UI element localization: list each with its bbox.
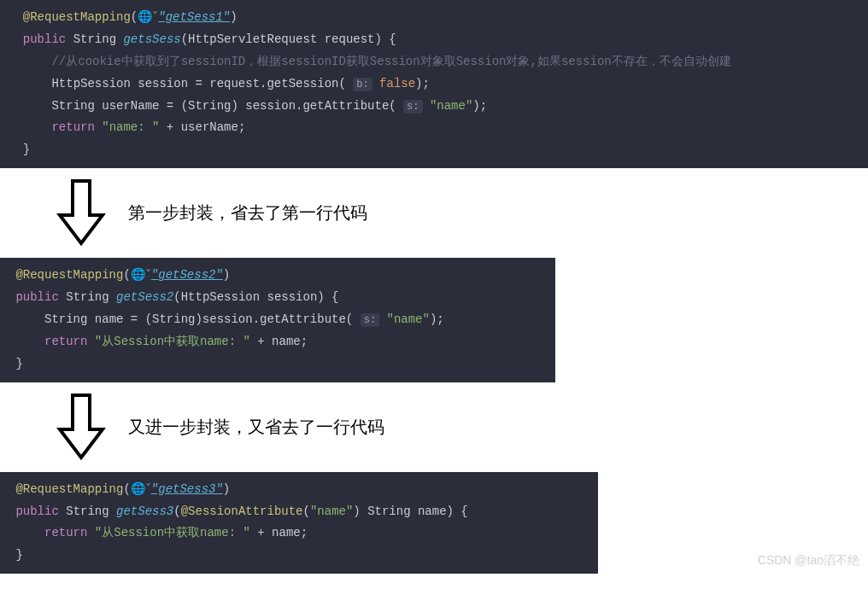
session-attribute-annotation: @SessionAttribute [181, 504, 303, 518]
keyword-return: return [51, 120, 94, 134]
keyword-public: public [23, 32, 66, 46]
annotation: @RequestMapping [23, 10, 131, 24]
param-hint: s: [403, 100, 422, 114]
keyword-public: public [15, 290, 58, 304]
globe-icon: 🌐˅ [138, 10, 158, 24]
keyword-return: return [44, 526, 87, 539]
mapping-value: "getSess3" [151, 482, 223, 496]
method-name: getSess2 [116, 290, 173, 304]
arrow-down-icon [51, 391, 111, 464]
method-name: getsSess [123, 32, 180, 46]
globe-icon: 🌐˅ [131, 268, 151, 282]
annotation: @RequestMapping [15, 482, 123, 496]
code-block-1: @RequestMapping(🌐˅"getSess1") public Str… [0, 0, 868, 168]
param-hint: b: [353, 78, 372, 91]
param-hint: s: [361, 313, 379, 327]
watermark: CSDN @tao滔不绝 [758, 553, 859, 569]
globe-icon: 🌐˅ [131, 482, 151, 496]
mapping-value: "getSess2" [151, 268, 223, 282]
code-block-2: @RequestMapping(🌐˅"getSess2") public Str… [0, 258, 555, 382]
annotation: @RequestMapping [15, 268, 123, 282]
arrow-caption-1: 第一步封装，省去了第一行代码 [128, 201, 367, 225]
arrow-down-icon [51, 177, 111, 249]
arrow-caption-2: 又进一步封装，又省去了一行代码 [128, 416, 384, 439]
keyword-public: public [15, 504, 58, 518]
arrow-row-1: 第一步封装，省去了第一行代码 [0, 168, 868, 258]
method-name: getSess3 [116, 504, 173, 518]
arrow-row-2: 又进一步封装，又省去了一行代码 [0, 382, 868, 472]
comment-line: //从cookie中获取到了sessionID，根据sessionID获取Ses… [51, 55, 730, 68]
code-block-3: @RequestMapping(🌐˅"getSess3") public Str… [0, 472, 598, 574]
keyword-return: return [44, 335, 87, 348]
mapping-value: "getSess1" [158, 10, 230, 24]
